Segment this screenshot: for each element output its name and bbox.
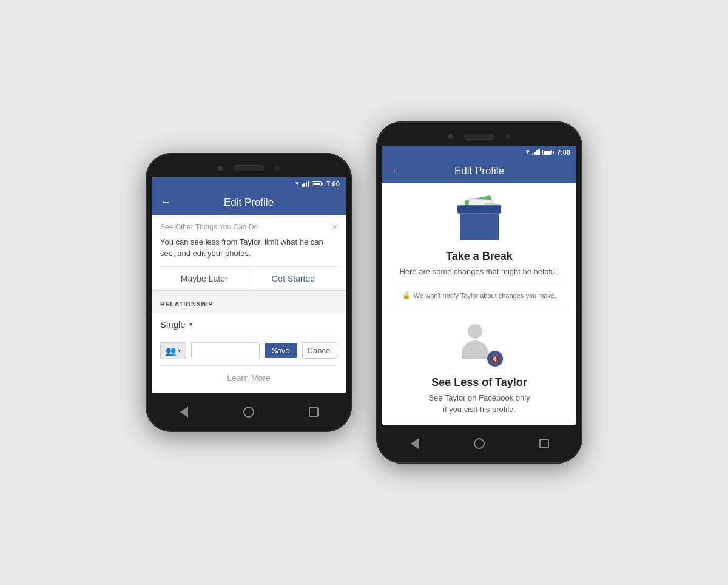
right-phone-bottom: [382, 430, 576, 454]
mute-badge-icon: 🔇: [487, 351, 503, 367]
privacy-note: 🔒 We won't notify Taylor about changes y…: [394, 285, 564, 299]
person-silhouette: [458, 324, 491, 360]
learn-more-row: Learn More: [160, 365, 337, 387]
back-arrow-right[interactable]: ←: [391, 164, 402, 177]
left-app-header: ← Edit Profile: [152, 190, 346, 215]
right-phone: ▾ 7:00 ← Edit Profile: [376, 121, 582, 464]
recent-nav-icon-right: [539, 439, 549, 448]
cancel-button[interactable]: Cancel: [302, 342, 337, 359]
battery-icon-right: [542, 150, 552, 155]
recent-nav-btn-right[interactable]: [538, 437, 551, 450]
home-nav-btn-right[interactable]: [473, 437, 486, 450]
back-nav-icon-left: [180, 407, 188, 418]
left-phone: ▾ 7:00 ← Edit Profile: [146, 153, 352, 431]
back-nav-btn-left[interactable]: [177, 405, 190, 419]
back-arrow-left[interactable]: ←: [160, 196, 171, 209]
popup-body-text: You can see less from Taylor, limit what…: [160, 237, 337, 259]
learn-more-link[interactable]: Learn More: [227, 373, 271, 383]
privacy-note-text: We won't notify Taylor about changes you…: [414, 292, 556, 299]
left-header-title: Edit Profile: [177, 197, 320, 209]
status-icons-right: ▾ 7:00: [526, 148, 570, 156]
left-screen: ▾ 7:00 ← Edit Profile: [152, 177, 346, 393]
popup-title: See Other Things You Can Do: [160, 223, 258, 231]
see-less-section: 🔇 See Less of Taylor See Taylor on Faceb…: [382, 309, 576, 424]
take-break-title: Take a Break: [446, 250, 513, 263]
see-less-title: See Less of Taylor: [431, 376, 527, 389]
take-break-description: Here are some changes that might be help…: [399, 266, 559, 277]
right-status-bar: ▾ 7:00: [382, 146, 576, 158]
see-less-desc-line1: See Taylor on Facebook only: [428, 393, 530, 402]
signal-bars-right: [532, 149, 540, 155]
phone-top-right: [382, 131, 576, 146]
dropdown-arrow-icon[interactable]: ▾: [189, 321, 192, 328]
audience-dropdown-arrow: ▾: [178, 347, 181, 354]
wifi-icon-right: ▾: [526, 148, 530, 156]
speaker-right: [464, 134, 494, 140]
status-icons-left: ▾ 7:00: [295, 180, 340, 188]
back-nav-btn-right[interactable]: [408, 437, 421, 450]
right-screen-content: Take a Break Here are some changes that …: [382, 183, 576, 425]
take-break-icon: [455, 198, 504, 240]
phone-top-left: [152, 163, 346, 177]
left-screen-content: See Other Things You Can Do × You can se…: [152, 215, 346, 393]
recent-nav-btn-left[interactable]: [307, 405, 320, 419]
home-nav-btn-left[interactable]: [242, 405, 255, 419]
relationship-status-text: Single: [160, 319, 186, 330]
home-nav-icon-right: [474, 438, 485, 449]
people-audience-btn[interactable]: 👥 ▾: [160, 342, 186, 359]
popup-card: See Other Things You Can Do × You can se…: [152, 215, 346, 290]
box-lid: [457, 205, 502, 214]
sensor-right: [505, 134, 510, 139]
take-break-section: Take a Break Here are some changes that …: [382, 183, 576, 309]
partner-name-input[interactable]: [191, 342, 260, 359]
right-header-title: Edit Profile: [408, 165, 551, 177]
relationship-label: RELATIONSHIP: [152, 296, 346, 313]
popup-header: See Other Things You Can Do ×: [160, 222, 337, 232]
back-nav-icon-right: [411, 438, 419, 449]
maybe-later-button[interactable]: Maybe Later: [160, 267, 249, 290]
right-app-header: ← Edit Profile: [382, 158, 576, 183]
right-screen: ▾ 7:00 ← Edit Profile: [382, 146, 576, 425]
status-time-left: 7:00: [326, 180, 340, 188]
camera-right: [448, 134, 453, 139]
person-body: [462, 340, 488, 359]
relationship-section: RELATIONSHIP Single ▾ 👥 ▾ Save Cancel: [152, 296, 346, 393]
camera-left: [218, 166, 223, 171]
left-status-bar: ▾ 7:00: [152, 177, 346, 190]
relationship-status-row: Single ▾: [160, 319, 337, 336]
person-head: [468, 324, 482, 339]
popup-close-btn[interactable]: ×: [332, 222, 337, 232]
get-started-button[interactable]: Get Started: [249, 267, 338, 290]
partner-row: 👥 ▾ Save Cancel: [160, 342, 337, 359]
person-mute-icon: 🔇: [458, 324, 500, 367]
box-body: [460, 214, 499, 240]
sensor-left: [275, 166, 280, 171]
people-icon: 👥: [166, 346, 176, 356]
see-less-description: See Taylor on Facebook only if you visit…: [428, 393, 530, 414]
popup-actions: Maybe Later Get Started: [160, 266, 337, 290]
lock-icon: 🔒: [402, 291, 411, 299]
wifi-icon-left: ▾: [295, 180, 299, 188]
speaker-left: [234, 165, 264, 171]
relationship-content: Single ▾ 👥 ▾ Save Cancel Learn More: [152, 313, 346, 393]
battery-icon-left: [312, 181, 322, 186]
save-button[interactable]: Save: [265, 343, 297, 358]
signal-bars-left: [302, 181, 309, 187]
recent-nav-icon-left: [309, 407, 318, 417]
see-less-desc-line2: if you visit his profile.: [443, 405, 516, 414]
left-phone-bottom: [152, 398, 346, 422]
home-nav-icon-left: [243, 407, 254, 418]
status-time-right: 7:00: [557, 149, 570, 156]
